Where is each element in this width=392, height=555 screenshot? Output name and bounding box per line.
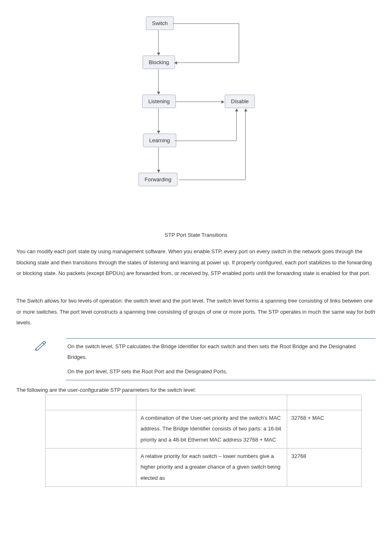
table-header-1 (46, 395, 136, 410)
paragraph-2: The Switch allows for two levels of oper… (16, 296, 376, 328)
stp-params-table: A combination of the User-set priority a… (45, 395, 362, 487)
note-line-1: On the switch level, STP calculates the … (67, 341, 372, 363)
hand-write-icon (16, 338, 66, 380)
paragraph-1: You can modify each port state by using … (16, 246, 376, 279)
note-callout: On the switch level, STP calculates the … (16, 338, 376, 380)
node-forwarding: Forwarding (138, 173, 178, 186)
table-row: A combination of the User-set priority a… (46, 410, 362, 448)
node-switch: Switch (146, 16, 174, 30)
node-listening: Listening (142, 95, 176, 108)
table-header-3 (287, 395, 362, 410)
node-blocking: Blocking (143, 56, 175, 69)
note-line-2: On the port level, STP sets the Root Por… (67, 366, 372, 377)
stp-state-diagram: Switch Blocking Listening Disable Learni… (16, 16, 376, 230)
diagram-caption: STP Port State Transitions (16, 232, 376, 238)
node-disable: Disable (225, 95, 255, 108)
table-row: A relative priority for each switch – lo… (46, 448, 362, 486)
table-lead: The following are the user-configurable … (16, 387, 376, 393)
table-header-2 (136, 395, 287, 410)
node-learning: Learning (143, 134, 176, 147)
